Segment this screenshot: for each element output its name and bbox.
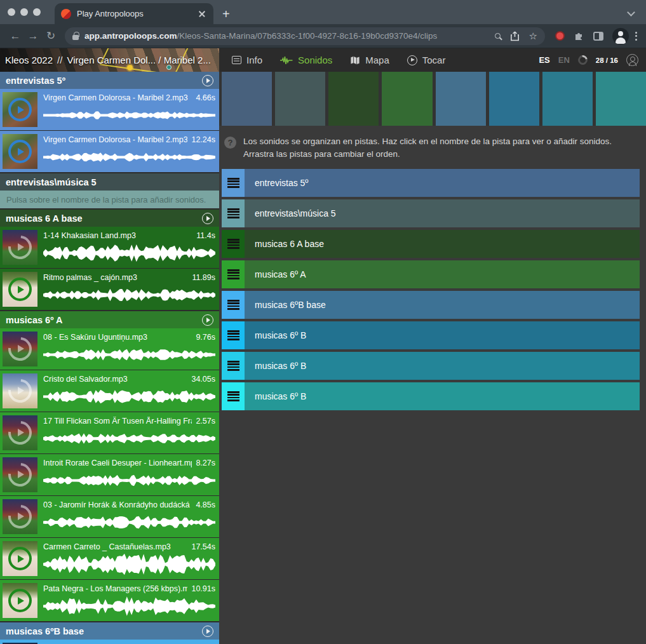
section-play-icon[interactable] (202, 213, 213, 224)
clip-thumbnail[interactable] (3, 415, 37, 450)
sidebar-clip[interactable]: 17 Till Flickan Som Är Tusen År-Halling … (0, 412, 219, 453)
color-swatch[interactable] (596, 72, 646, 126)
language-en-button[interactable]: EN (558, 55, 570, 65)
sidebar-clip[interactable]: BASE Pata Negra - Los Managers3.77s (0, 640, 219, 644)
track-row[interactable]: entrevistas\música 5 (222, 199, 640, 227)
sidebar-section-title[interactable]: entrevistas\música 5 (6, 177, 97, 187)
sidebar-clip[interactable]: Virgen Carmen Dolorosa - Maribel 2.mp312… (0, 131, 219, 172)
clip-thumbnail[interactable] (3, 541, 37, 576)
url-text[interactable]: app.antropoloops.com/Kleos-Santa-Marina/… (84, 31, 489, 41)
track-name[interactable]: musicas 6º B (245, 321, 640, 349)
clip-thumbnail[interactable] (3, 499, 37, 534)
clip-waveform[interactable] (43, 145, 215, 169)
bookmark-star-icon[interactable]: ☆ (529, 31, 537, 41)
track-name[interactable]: musicas 6º B (245, 352, 640, 380)
color-swatch[interactable] (222, 72, 272, 126)
sidebar-section-title[interactable]: musicas 6ºB base (6, 626, 84, 636)
sidebar-section-title[interactable]: musicas 6º A (6, 315, 62, 325)
sidebar-section-header[interactable]: musicas 6º A (0, 311, 219, 328)
window-controls[interactable] (8, 8, 41, 16)
breadcrumb-project[interactable]: Kleos 2022 (5, 55, 53, 65)
reload-button[interactable]: ↻ (42, 29, 60, 43)
track-drag-handle[interactable] (222, 230, 245, 258)
nav-tab-sonidos[interactable]: Sonidos (280, 55, 332, 65)
track-row[interactable]: musicas 6 A base (222, 230, 640, 258)
window-minimize-button[interactable] (20, 8, 28, 16)
browser-tab[interactable]: Play Antropoloops (55, 3, 213, 24)
new-tab-button[interactable]: + (222, 8, 230, 20)
track-drag-handle[interactable] (222, 199, 245, 227)
forward-button[interactable]: → (24, 30, 42, 43)
sidebar-section-header[interactable]: musicas 6 A base (0, 210, 219, 227)
sidebar-section-title[interactable]: entrevistas 5º (6, 76, 65, 86)
clip-waveform[interactable] (43, 241, 215, 265)
nav-tab-tocar[interactable]: Tocar (407, 55, 446, 65)
address-bar[interactable]: app.antropoloops.com/Kleos-Santa-Marina/… (65, 27, 545, 45)
track-drag-handle[interactable] (222, 382, 245, 410)
section-play-icon[interactable] (202, 75, 213, 86)
clip-thumbnail[interactable] (3, 134, 37, 169)
language-es-button[interactable]: ES (539, 55, 549, 65)
nav-tab-info[interactable]: Info (232, 55, 262, 65)
sidebar-clip[interactable]: Carmen Carreto _ Castañuelas.mp317.54s (0, 538, 219, 579)
nav-tab-mapa[interactable]: Mapa (350, 55, 389, 65)
clip-thumbnail[interactable] (3, 332, 37, 366)
sidebar-clip[interactable]: Virgen Carmen Dolorosa - Maribel 2.mp34.… (0, 89, 219, 130)
clip-waveform[interactable] (43, 469, 215, 492)
zoom-icon[interactable] (495, 33, 501, 39)
sidebar-clip[interactable]: 03 - Jaromír Horák & Konrádyho dudácká .… (0, 496, 219, 537)
track-drag-handle[interactable] (222, 260, 245, 288)
clip-waveform[interactable] (43, 385, 215, 408)
sidebar-clip[interactable]: Ritmo palmas _ cajón.mp311.89s (0, 269, 219, 310)
clip-waveform[interactable] (43, 427, 215, 450)
track-row[interactable]: musicas 6º B (222, 321, 640, 349)
color-swatch[interactable] (382, 72, 432, 126)
account-icon[interactable] (626, 54, 638, 66)
track-name[interactable]: entrevistas 5º (245, 169, 640, 197)
sidebar-clip[interactable]: Cristo del Salvador.mp334.05s (0, 370, 219, 412)
track-row[interactable]: entrevistas 5º (222, 169, 640, 197)
sidebar-clip[interactable]: Introit Rorate Caeli Desuper - Lionheart… (0, 454, 219, 495)
lock-icon[interactable] (72, 35, 79, 40)
sidebar-clip[interactable]: Pata Negra - Los Managers (256 kbps).mp3… (0, 580, 219, 621)
clip-thumbnail[interactable] (3, 92, 37, 127)
clip-thumbnail[interactable] (3, 373, 37, 408)
color-swatch[interactable] (275, 72, 325, 126)
profile-avatar[interactable] (612, 28, 629, 44)
track-row[interactable]: musicas 6º B (222, 382, 640, 410)
window-close-button[interactable] (8, 8, 15, 16)
color-swatch[interactable] (328, 72, 379, 126)
sidebar-section-title[interactable]: musicas 6 A base (6, 213, 83, 224)
breadcrumb-current[interactable]: Virgen Carmen Dol... / Maribel 2... (67, 55, 210, 65)
clip-waveform[interactable] (43, 511, 215, 534)
track-row[interactable]: musicas 6º A (222, 260, 640, 288)
track-row[interactable]: musicas 6º B (222, 352, 640, 380)
sidebar-clip[interactable]: 08 - Es Sakūru Uguntiņu.mp39.76s (0, 328, 219, 370)
track-name[interactable]: entrevistas\música 5 (245, 199, 640, 227)
share-icon[interactable] (510, 31, 520, 41)
sidebar-section-header[interactable]: musicas 6ºB base (0, 622, 219, 640)
extensions-puzzle-icon[interactable] (574, 30, 584, 41)
window-maximize-button[interactable] (33, 8, 41, 16)
track-name[interactable]: musicas 6 A base (245, 230, 640, 258)
clip-waveform[interactable] (43, 553, 215, 576)
clip-thumbnail[interactable] (3, 457, 37, 492)
tab-close-icon[interactable] (197, 9, 207, 19)
section-play-icon[interactable] (202, 314, 213, 326)
tab-search-chevron-icon[interactable] (628, 9, 635, 15)
color-swatch[interactable] (542, 72, 593, 126)
clip-waveform[interactable] (43, 104, 215, 127)
color-swatch[interactable] (489, 72, 539, 126)
track-drag-handle[interactable] (222, 321, 245, 349)
clip-waveform[interactable] (43, 594, 215, 618)
track-drag-handle[interactable] (222, 291, 245, 319)
sidebar-section-header[interactable]: entrevistas\música 5 (0, 173, 219, 191)
record-extension-icon[interactable] (555, 31, 565, 41)
breadcrumb[interactable]: Kleos 2022//Virgen Carmen Dol... / Marib… (0, 48, 219, 72)
sidebar-clip[interactable]: 1-14 Khakasian Land.mp311.4s (0, 227, 219, 268)
side-panel-icon[interactable] (593, 32, 603, 41)
track-name[interactable]: musicas 6º A (245, 260, 640, 288)
sidebar-section-header[interactable]: entrevistas 5º (0, 72, 219, 89)
back-button[interactable]: ← (6, 30, 24, 43)
track-name[interactable]: musicas 6º B (245, 382, 640, 410)
